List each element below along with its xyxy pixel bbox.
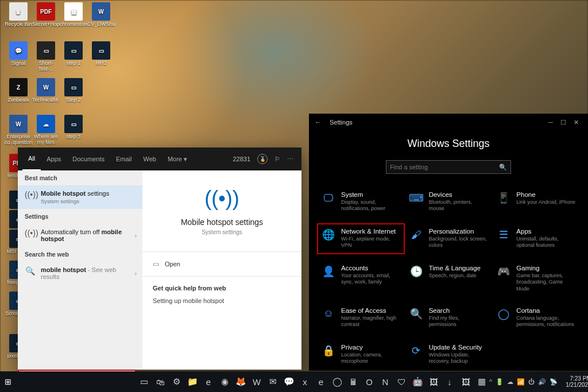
taskbar-app-messaging[interactable]: 💬 xyxy=(281,371,296,392)
tray-icon[interactable]: ^ xyxy=(489,378,492,385)
category-devices[interactable]: ⌨DevicesBluetooth, printers, mouse xyxy=(405,187,493,218)
result-web-mobile-hotspot[interactable]: 🔍 mobile hotspot - See web results › xyxy=(18,262,142,285)
desktop-icon[interactable]: ▭Step 2 xyxy=(60,78,87,103)
taskbar-clock[interactable]: 7:23 PM 1/21/2020 xyxy=(562,375,588,388)
taskbar-app-task-view[interactable]: ▭ xyxy=(137,371,152,392)
desktop-icon[interactable]: ▭step 1 xyxy=(60,41,87,67)
minimize-button[interactable]: ─ xyxy=(544,119,557,126)
desktop-icon[interactable]: ZZenbeats xyxy=(5,78,32,103)
maximize-button[interactable]: ☐ xyxy=(557,119,570,126)
settings-titlebar[interactable]: ← Settings ─ ☐ ✕ xyxy=(309,114,588,131)
desktop-icon[interactable]: ▭Short-Text-... xyxy=(32,41,60,72)
taskbar-app-cortana[interactable]: ◯ xyxy=(330,371,345,392)
taskbar-app-store[interactable]: 🛍 xyxy=(153,371,168,392)
category-icon: ◯ xyxy=(497,307,510,321)
search-tab-web[interactable]: Web xyxy=(137,148,161,170)
tray-icon[interactable]: ☁ xyxy=(507,378,513,386)
hotspot-icon: ((•)) xyxy=(25,190,35,199)
taskbar-app-android[interactable]: 🤖 xyxy=(410,371,425,392)
category-icon: 🕒 xyxy=(409,265,423,278)
search-web-header: Search the web xyxy=(18,247,142,262)
taskbar-app-edge[interactable]: e xyxy=(201,371,216,392)
category-phone[interactable]: 📱PhoneLink your Android, iPhone xyxy=(492,187,580,218)
settings-search-box[interactable]: 🔍 xyxy=(386,160,511,174)
system-tray[interactable]: ^🔋☁📶⏻🔊📡 xyxy=(489,378,558,386)
quick-help-header: Get quick help from web xyxy=(142,277,301,295)
taskbar-app-torrent[interactable]: ↓ xyxy=(442,371,457,392)
category-network-internet[interactable]: 🌐Network & InternetWi-Fi, airplane mode,… xyxy=(317,223,405,254)
taskbar-app-onenote[interactable]: N xyxy=(378,371,393,392)
best-match-header: Best match xyxy=(18,170,142,185)
back-button[interactable]: ← xyxy=(315,118,322,126)
taskbar-app-defender[interactable]: 🛡 xyxy=(394,371,409,392)
search-preview-pane: ((•)) Mobile hotspot settings System set… xyxy=(142,170,301,370)
category-gaming[interactable]: 🎮GamingGame bar, captures, broadcasting,… xyxy=(492,260,580,297)
taskbar-app-xbox[interactable]: x xyxy=(297,371,312,392)
feedback-icon[interactable]: ⚐ xyxy=(274,156,280,163)
category-privacy[interactable]: 🔒PrivacyLocation, camera, microphone xyxy=(317,339,405,370)
taskbar-app-chrome[interactable]: ◉ xyxy=(217,371,232,392)
start-search-panel: AllAppsDocumentsEmailWebMore ▾ 22831 🏅 ⚐… xyxy=(18,148,301,370)
taskbar-app-calculator[interactable]: 🖩 xyxy=(346,371,361,392)
category-icon: ☰ xyxy=(497,228,510,242)
taskbar-app-firefox[interactable]: 🦊 xyxy=(233,371,248,392)
taskbar-app-app3[interactable]: ▦ xyxy=(474,371,489,392)
search-tab-email[interactable]: Email xyxy=(110,148,138,170)
category-search[interactable]: 🔍SearchFind my files, permissions xyxy=(405,302,493,333)
tray-icon[interactable]: 📡 xyxy=(550,378,558,386)
taskbar-app-settings[interactable]: ⚙ xyxy=(169,371,184,392)
category-accounts[interactable]: 👤AccountsYour accounts, email, sync, wor… xyxy=(317,260,405,297)
desktop-icon[interactable]: ▭MH2 xyxy=(87,41,115,67)
tray-icon[interactable]: ⏻ xyxy=(528,378,535,385)
category-update-security[interactable]: ⟳Update & SecurityWindows Update, recove… xyxy=(405,339,493,370)
category-system[interactable]: 🖵SystemDisplay, sound, notifications, po… xyxy=(317,187,405,218)
category-personalization[interactable]: 🖌PersonalizationBackground, lock screen,… xyxy=(405,223,493,254)
settings-window: ← Settings ─ ☐ ✕ Windows Settings 🔍 🖵Sys… xyxy=(309,114,588,371)
tray-icon[interactable]: 🔋 xyxy=(496,378,504,386)
desktop-icon[interactable]: 🗑Recycle Bin xyxy=(5,2,32,28)
taskbar-app-edge-dev[interactable]: e xyxy=(314,371,328,392)
help-link-setup-hotspot[interactable]: Setting up mobile hotspot xyxy=(142,295,301,310)
preview-title: Mobile hotspot settings xyxy=(142,218,301,227)
search-tab-apps[interactable]: Apps xyxy=(41,148,67,170)
desktop-icon[interactable]: ☁Where are my files xyxy=(32,115,60,146)
taskbar-app-explorer[interactable]: 📁 xyxy=(185,371,200,392)
taskbar-app-mail[interactable]: ✉ xyxy=(265,371,280,392)
taskbar-app-outlook[interactable]: O xyxy=(362,371,377,392)
category-ease-of-access[interactable]: ☺Ease of AccessNarrator, magnifier, high… xyxy=(317,302,405,333)
taskbar-app-gallery2[interactable]: 🖼 xyxy=(458,371,473,392)
desktop-icon[interactable]: 💬Signal xyxy=(5,41,32,67)
search-tab-more[interactable]: More ▾ xyxy=(162,148,193,170)
category-cortana[interactable]: ◯CortanaCortana language, permissions, n… xyxy=(492,302,580,333)
chevron-right-icon: › xyxy=(135,232,137,239)
settings-heading: Windows Settings xyxy=(309,131,588,160)
category-apps[interactable]: ☰AppsUninstall, defaults, optional featu… xyxy=(492,223,580,254)
desktop-icon[interactable]: WCV_DWShal... xyxy=(87,2,115,28)
rewards-icon[interactable]: 🏅 xyxy=(257,154,268,164)
taskbar-app-word[interactable]: W xyxy=(249,371,264,392)
tray-icon[interactable]: 📶 xyxy=(517,378,525,386)
search-tab-documents[interactable]: Documents xyxy=(67,148,110,170)
desktop-icon[interactable]: ▭step 3 xyxy=(60,115,87,140)
close-button[interactable]: ✕ xyxy=(570,119,582,126)
desktop-icon[interactable]: PDFSecret+Hop... xyxy=(32,2,60,28)
category-icon: 🖌 xyxy=(409,228,423,242)
search-results-list: Best match ((•)) Mobile hotspot settings… xyxy=(18,170,142,370)
start-button[interactable]: ⊞ xyxy=(0,371,16,392)
settings-search-input[interactable] xyxy=(390,164,499,170)
rewards-points[interactable]: 22831 xyxy=(233,156,250,162)
tray-icon[interactable]: 🔊 xyxy=(538,378,546,386)
result-auto-turn-off-hotspot[interactable]: ((•)) Automatically turn off mobile hots… xyxy=(18,224,142,247)
hotspot-icon: ((•)) xyxy=(25,228,35,238)
desktop-icon[interactable]: WEnterprise co..questions xyxy=(5,115,32,146)
result-mobile-hotspot-settings[interactable]: ((•)) Mobile hotspot settings System set… xyxy=(18,185,142,209)
category-time-language[interactable]: 🕒Time & LanguageSpeech, region, date xyxy=(405,260,493,297)
taskbar-app-gallery[interactable]: 🖼 xyxy=(426,371,441,392)
search-tab-all[interactable]: All xyxy=(22,148,41,170)
more-icon[interactable]: ⋯ xyxy=(287,156,293,163)
desktop-icon[interactable]: ▦chromestore xyxy=(60,2,87,28)
open-button[interactable]: ▭ Open xyxy=(142,252,301,277)
category-icon: 📱 xyxy=(497,191,510,205)
open-icon: ▭ xyxy=(153,260,159,268)
desktop-icon[interactable]: WTechnicalM... xyxy=(32,78,60,103)
